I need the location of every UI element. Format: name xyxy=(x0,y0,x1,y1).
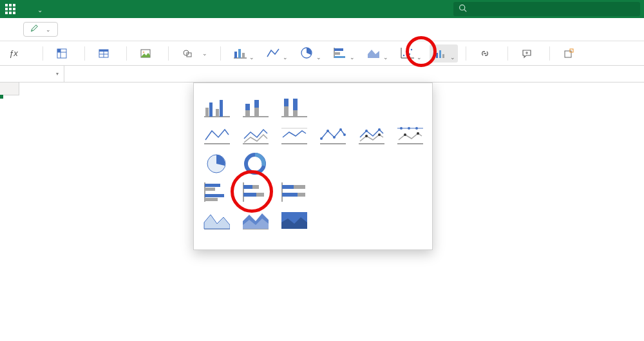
svg-rect-16 xyxy=(238,49,241,58)
svg-rect-21 xyxy=(334,52,340,55)
svg-rect-88 xyxy=(282,193,298,197)
svg-rect-81 xyxy=(243,185,252,189)
svg-point-69 xyxy=(408,127,410,130)
area-thumb[interactable] xyxy=(203,209,230,231)
svg-point-65 xyxy=(378,133,381,136)
ribbon: ƒx ⌄ ⌄ ⌄ ⌄ ⌄ ⌄ ⌄ ⌄ xyxy=(0,41,644,66)
name-box[interactable]: ▾ xyxy=(0,66,64,82)
svg-rect-45 xyxy=(254,108,259,117)
svg-rect-20 xyxy=(334,48,343,51)
svg-rect-77 xyxy=(205,188,215,191)
doughnut-thumb[interactable] xyxy=(242,153,269,175)
app-launcher-icon[interactable] xyxy=(5,4,15,14)
100-stacked-column-thumb[interactable] xyxy=(280,96,307,118)
svg-rect-42 xyxy=(245,104,250,110)
svg-rect-78 xyxy=(205,194,224,197)
shapes-button[interactable]: ⌄ xyxy=(176,46,213,61)
chevron-down-icon: ⌄ xyxy=(37,6,43,14)
100-stacked-line-thumb[interactable] xyxy=(280,124,307,146)
svg-point-64 xyxy=(365,135,368,137)
stacked-area-thumb[interactable] xyxy=(242,209,269,231)
link-button[interactable] xyxy=(474,46,500,61)
svg-rect-44 xyxy=(254,100,259,108)
document-title[interactable]: ⌄ xyxy=(35,5,43,14)
svg-rect-37 xyxy=(205,108,209,117)
100-stacked-bar-thumb[interactable] xyxy=(280,181,307,203)
link-icon xyxy=(479,48,491,59)
select-all-corner[interactable] xyxy=(0,83,19,95)
svg-point-71 xyxy=(404,133,406,136)
pie-chart-icon xyxy=(298,46,315,60)
chevron-down-icon: ⌄ xyxy=(249,54,254,61)
svg-point-72 xyxy=(417,132,419,135)
stacked-bar-thumb[interactable] xyxy=(242,181,269,203)
new-comment-button[interactable] xyxy=(516,46,542,61)
line-markers-thumb[interactable] xyxy=(319,124,346,146)
svg-rect-84 xyxy=(256,193,264,197)
svg-point-62 xyxy=(365,130,368,132)
clustered-bar-thumb[interactable] xyxy=(203,181,230,203)
clustered-column-thumb[interactable] xyxy=(203,96,230,118)
svg-rect-76 xyxy=(205,184,220,187)
table-button[interactable] xyxy=(93,46,118,61)
svg-rect-22 xyxy=(334,56,345,58)
svg-point-70 xyxy=(415,127,418,130)
100-stacked-area-thumb[interactable] xyxy=(280,209,307,231)
insert-scatter-chart-button[interactable]: ⌄ xyxy=(396,44,424,63)
addins-button[interactable] xyxy=(558,46,583,61)
insert-bar-chart-button[interactable]: ⌄ xyxy=(329,44,357,63)
chevron-down-icon: ⌄ xyxy=(417,54,422,61)
svg-rect-31 xyxy=(442,54,444,58)
title-bar: ⌄ xyxy=(0,0,644,18)
comment-icon xyxy=(521,48,533,59)
insert-pie-chart-button[interactable]: ⌄ xyxy=(296,44,324,63)
picture-button[interactable] xyxy=(135,46,160,61)
function-button[interactable] xyxy=(24,52,35,55)
svg-rect-40 xyxy=(220,100,223,117)
insert-column-chart-button[interactable]: ⌄ xyxy=(229,44,257,63)
svg-rect-15 xyxy=(234,52,237,58)
table-icon xyxy=(98,48,109,59)
svg-rect-82 xyxy=(252,185,259,189)
svg-rect-89 xyxy=(298,193,305,197)
line-thumb[interactable] xyxy=(203,124,230,146)
other-charts-icon xyxy=(432,46,449,60)
svg-rect-86 xyxy=(282,185,294,189)
svg-point-28 xyxy=(411,48,412,50)
svg-point-58 xyxy=(333,136,336,139)
picture-icon xyxy=(140,48,151,59)
chevron-down-icon: ⌄ xyxy=(450,54,455,61)
scatter-chart-icon xyxy=(399,46,415,60)
pivottable-button[interactable] xyxy=(51,46,77,61)
formula-bar: ▾ xyxy=(0,66,644,83)
ribbon-tabs: ⌄ xyxy=(0,18,644,41)
100-stacked-line-markers-thumb[interactable] xyxy=(396,124,423,146)
svg-rect-48 xyxy=(284,106,289,117)
insert-other-charts-button[interactable]: ⌄ xyxy=(430,44,458,63)
svg-rect-17 xyxy=(242,53,245,58)
pie-thumb[interactable] xyxy=(203,153,230,175)
svg-rect-7 xyxy=(99,50,108,52)
svg-rect-49 xyxy=(293,99,298,110)
svg-point-0 xyxy=(460,5,465,10)
fx-icon: ƒx xyxy=(9,48,18,58)
stacked-line-thumb[interactable] xyxy=(242,124,269,146)
svg-point-27 xyxy=(409,53,410,54)
pivottable-icon xyxy=(56,48,68,59)
stacked-line-markers-thumb[interactable] xyxy=(357,124,384,146)
svg-point-68 xyxy=(400,127,402,130)
chevron-down-icon: ⌄ xyxy=(46,26,51,33)
search-box[interactable] xyxy=(453,2,640,16)
stacked-column-thumb[interactable] xyxy=(242,96,269,118)
shapes-icon xyxy=(182,48,193,59)
formula-input[interactable] xyxy=(82,66,644,82)
insert-area-chart-button[interactable]: ⌄ xyxy=(363,44,391,63)
svg-rect-50 xyxy=(293,110,298,117)
addins-icon xyxy=(563,48,574,59)
column-chart-icon xyxy=(231,46,248,60)
svg-point-56 xyxy=(320,137,323,140)
svg-point-25 xyxy=(403,54,404,55)
search-icon xyxy=(459,4,467,14)
insert-line-chart-button[interactable]: ⌄ xyxy=(262,44,290,63)
editing-mode-button[interactable]: ⌄ xyxy=(23,22,58,37)
